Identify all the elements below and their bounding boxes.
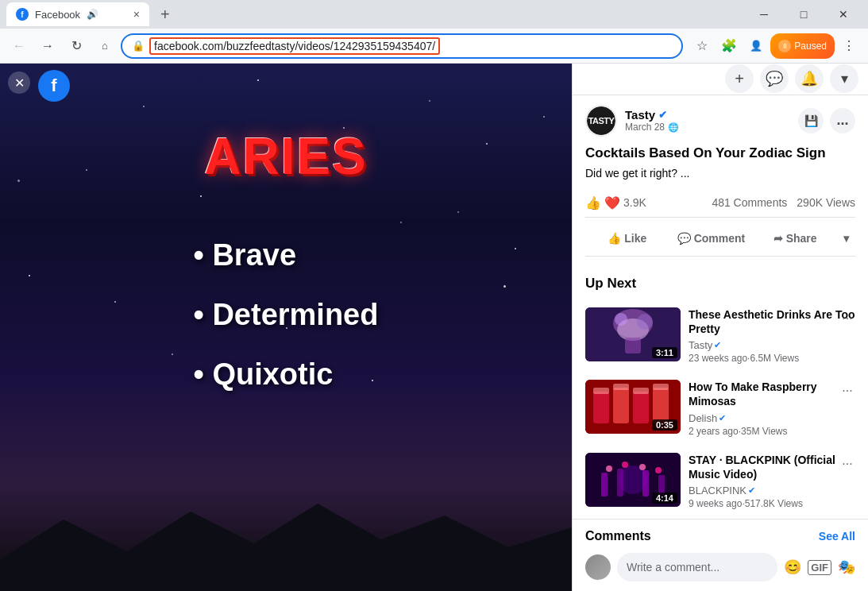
comment-button[interactable]: 💬 Comment — [669, 224, 754, 253]
video-aries-title: ARIES — [204, 127, 368, 186]
svg-rect-19 — [617, 469, 623, 496]
comments-title: Comments — [585, 529, 651, 543]
reaction-icons: 👍 ❤️ 3.9K — [585, 195, 646, 211]
video-traits: • Brave • Determined • Quixotic — [194, 238, 379, 417]
facebook-logo: f — [38, 70, 70, 102]
close-window-button[interactable]: ✕ — [825, 0, 862, 29]
reactions-bar: 👍 ❤️ 3.9K 481 Comments 290K Views — [585, 189, 855, 218]
dropdown-button[interactable]: ▾ — [830, 64, 858, 93]
video-info-3: STAY · BLACKPINK (Official Music Video) … — [689, 453, 855, 509]
title-bar: f Facebook 🔊 × + ─ □ ✕ — [0, 0, 868, 29]
forward-button[interactable]: → — [35, 33, 60, 59]
author-actions: 💾 ... — [798, 108, 855, 133]
video-thumb-2: 0:35 — [585, 380, 681, 434]
video-channel-2: Delish ✔ — [689, 412, 855, 424]
post-area: TASTY Tasty ✔ March 28 🌐 💾 — [573, 95, 868, 276]
commenter-avatar — [585, 554, 611, 580]
paused-button[interactable]: ⏸ Paused — [770, 33, 835, 59]
like-button[interactable]: 👍 Like — [585, 224, 669, 253]
browser-tab[interactable]: f Facebook 🔊 × — [6, 2, 149, 26]
save-post-button[interactable]: 💾 — [798, 108, 824, 133]
view-count: 290K Views — [797, 196, 855, 209]
svg-point-22 — [606, 465, 612, 472]
more-post-button[interactable]: ... — [830, 108, 855, 133]
minimize-button[interactable]: ─ — [746, 0, 782, 29]
paused-label: Paused — [794, 41, 827, 52]
video-title-2: How To Make Raspberry Mimosas — [689, 380, 855, 408]
back-button[interactable]: ← — [6, 33, 32, 59]
refresh-button[interactable]: ↻ — [64, 33, 89, 59]
video-duration-2: 0:35 — [652, 419, 677, 431]
svg-rect-11 — [653, 388, 669, 423]
video-thumb-3: 4:14 — [585, 453, 681, 507]
window-controls: ─ □ ✕ — [746, 0, 862, 29]
navigation-bar: ← → ↻ ⌂ 🔒 facebook.com/buzzfeedtasty/vid… — [0, 29, 868, 64]
video-meta-1: 23 weeks ago·6.5M Views — [689, 353, 855, 364]
chrome-menu-button[interactable]: ⋮ — [836, 33, 862, 59]
video-item-3[interactable]: 4:14 STAY · BLACKPINK (Official Music Vi… — [579, 446, 862, 516]
profile-button[interactable]: 👤 — [743, 33, 769, 59]
tab-title: Facebook — [35, 9, 80, 21]
comments-header: Comments See All — [585, 529, 855, 543]
channel-verified-1: ✔ — [714, 340, 721, 350]
video-item-2[interactable]: 0:35 How To Make Raspberry Mimosas Delis… — [579, 373, 862, 442]
home-button[interactable]: ⌂ — [92, 33, 118, 59]
svg-rect-8 — [593, 392, 609, 423]
video-duration-3: 4:14 — [652, 492, 677, 504]
channel-verified-2: ✔ — [719, 413, 726, 423]
author-avatar: TASTY — [585, 105, 617, 137]
sticker-icon[interactable]: 🎭 — [838, 558, 855, 576]
comment-input-area: Write a comment... 😊 GIF 🎭 — [585, 553, 855, 581]
svg-rect-20 — [642, 470, 649, 496]
messenger-button[interactable]: 💬 — [760, 64, 789, 93]
video-title-1: These Aesthetic Drinks Are Too Pretty — [689, 307, 855, 336]
reaction-count: 3.9K — [623, 196, 646, 209]
maximize-button[interactable]: □ — [785, 0, 822, 29]
reactions-dropdown-btn[interactable]: ▾ — [837, 224, 855, 253]
video-more-3[interactable]: ··· — [836, 453, 858, 475]
emoji-icon[interactable]: 😊 — [784, 558, 801, 576]
tab-audio-icon: 🔊 — [87, 9, 98, 20]
verified-badge: ✔ — [658, 109, 667, 121]
video-item-1[interactable]: 3:11 These Aesthetic Drinks Are Too Pret… — [579, 301, 862, 370]
video-close-button[interactable]: ✕ — [8, 71, 30, 94]
tab-favicon: f — [16, 8, 29, 21]
url-text: facebook.com/buzzfeedtasty/videos/124293… — [149, 37, 672, 55]
svg-rect-15 — [653, 384, 669, 390]
panel-header: + 💬 🔔 ▾ — [573, 64, 868, 95]
trait-3: • Quixotic — [194, 357, 379, 392]
post-title: Cocktails Based On Your Zodiac Sign — [585, 145, 855, 162]
tab-close-btn[interactable]: × — [133, 8, 140, 21]
svg-point-24 — [639, 464, 646, 470]
share-button[interactable]: ➦ Share — [753, 224, 837, 253]
address-bar[interactable]: 🔒 facebook.com/buzzfeedtasty/videos/1242… — [121, 33, 683, 59]
comments-section: Comments See All Write a comment... 😊 GI… — [573, 519, 868, 591]
browser-window: f Facebook 🔊 × + ─ □ ✕ ← → ↻ ⌂ 🔒 faceboo… — [0, 0, 868, 591]
video-info-1: These Aesthetic Drinks Are Too Pretty Ta… — [689, 307, 855, 364]
svg-rect-10 — [633, 392, 649, 423]
extensions-button[interactable]: 🧩 — [716, 33, 742, 59]
video-info-2: How To Make Raspberry Mimosas Delish ✔ 2… — [689, 380, 855, 436]
content-area: ✕ f — [0, 64, 868, 591]
bookmark-star-button[interactable]: ☆ — [689, 33, 715, 59]
video-list: 3:11 These Aesthetic Drinks Are Too Pret… — [573, 301, 868, 519]
right-panel: + 💬 🔔 ▾ TASTY Tasty ✔ — [572, 64, 868, 591]
post-date: March 28 🌐 — [625, 122, 790, 133]
reaction-stats: 481 Comments 290K Views — [712, 196, 855, 209]
like-reaction-icon: 👍 — [585, 195, 601, 211]
new-tab-button[interactable]: + — [156, 6, 175, 24]
comment-input[interactable]: Write a comment... — [617, 553, 777, 581]
notifications-button[interactable]: 🔔 — [795, 64, 824, 93]
video-channel-3: BLACKPINK ✔ — [689, 485, 855, 496]
video-duration-1: 3:11 — [652, 347, 677, 358]
video-more-1[interactable]: ··· — [836, 307, 858, 330]
up-next-heading: Up Next — [573, 276, 868, 292]
video-title-3: STAY · BLACKPINK (Official Music Video) — [689, 453, 855, 481]
post-description: Did we get it right? ... — [585, 167, 855, 180]
heart-reaction-icon: ❤️ — [604, 195, 620, 211]
gif-icon[interactable]: GIF — [808, 560, 831, 575]
comment-actions: 😊 GIF 🎭 — [784, 558, 855, 576]
add-button[interactable]: + — [725, 64, 754, 93]
svg-point-23 — [622, 462, 628, 468]
see-all-link[interactable]: See All — [819, 530, 855, 543]
